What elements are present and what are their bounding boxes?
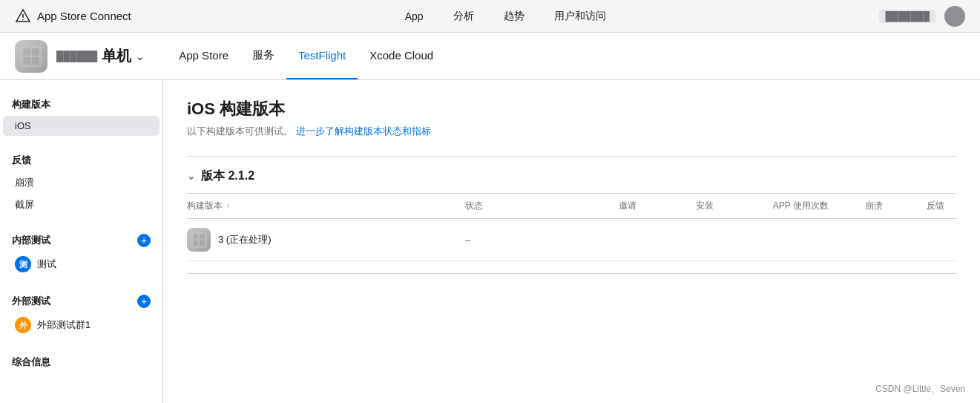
sidebar-section-builds-title: 构建版本 xyxy=(12,98,50,111)
col-header-invite: 邀请 xyxy=(610,194,687,219)
cell-status: – xyxy=(456,219,610,261)
col-header-crash-label: 崩溃 xyxy=(865,200,883,211)
logo-icon xyxy=(15,8,31,24)
col-header-crash: 崩溃 xyxy=(856,194,918,219)
table-row[interactable]: 3 (正在处理) – xyxy=(187,219,956,261)
main-layout: 构建版本 iOS 反馈 崩溃 截屏 内部测试 + xyxy=(0,80,980,403)
cell-feedback xyxy=(918,219,956,261)
sidebar-section-feedback-header: 反馈 xyxy=(0,151,162,170)
sub-nav: ██████ 单机 ⌄ App Store 服务 TestFlight Xcod… xyxy=(0,33,980,80)
svg-rect-6 xyxy=(23,57,30,65)
app-icon xyxy=(15,40,47,73)
version-chevron-icon[interactable]: ⌄ xyxy=(187,171,195,182)
svg-rect-7 xyxy=(32,57,39,65)
cell-crash xyxy=(856,219,918,261)
cell-install xyxy=(687,219,764,261)
app-name: ██████ xyxy=(56,50,97,62)
svg-rect-8 xyxy=(191,232,207,248)
sidebar-section-builds: 构建版本 iOS xyxy=(0,95,162,136)
col-header-build[interactable]: 构建版本 ↑ xyxy=(187,194,456,219)
sidebar-section-external-header: 外部测试 + xyxy=(0,292,162,311)
builds-table: 构建版本 ↑ 状态 邀请 安装 APP 使用次数 xyxy=(187,193,956,261)
divider-top xyxy=(187,156,956,157)
sidebar-item-external-group1[interactable]: 外 外部测试群1 xyxy=(3,312,160,338)
sidebar-item-screenshot[interactable]: 截屏 xyxy=(3,194,160,216)
sort-arrow-build: ↑ xyxy=(226,202,230,210)
cell-usage xyxy=(764,219,856,261)
col-header-build-label: 构建版本 xyxy=(187,200,223,211)
app-display-name: 单机 xyxy=(102,46,131,66)
sidebar-item-ios-label: iOS xyxy=(15,120,31,131)
nav-app[interactable]: App xyxy=(405,10,424,22)
brand-name: App Store Connect xyxy=(37,10,131,22)
status-value: – xyxy=(465,235,470,246)
builds-table-header-row: 构建版本 ↑ 状态 邀请 安装 APP 使用次数 xyxy=(187,194,956,219)
top-nav-right: ███████ xyxy=(879,6,965,27)
col-header-feedback-label: 反馈 xyxy=(927,200,944,211)
sidebar-item-external-group1-label: 外部测试群1 xyxy=(37,318,91,332)
version-section: ⌄ 版本 2.1.2 构建版本 ↑ 状态 邀请 xyxy=(187,168,956,274)
add-internal-test-button[interactable]: + xyxy=(137,234,151,247)
sidebar-section-internal-header: 内部测试 + xyxy=(0,231,162,250)
external-badge-text: 外 xyxy=(19,320,27,331)
sidebar-section-internal-test: 内部测试 + 测 测试 xyxy=(0,231,162,277)
svg-rect-9 xyxy=(193,234,198,239)
builds-table-body: 3 (正在处理) – xyxy=(187,219,956,261)
col-header-feedback: 反馈 xyxy=(918,194,956,219)
sidebar-item-screenshot-label: 截屏 xyxy=(15,198,34,212)
test-badge-text: 测 xyxy=(19,259,27,270)
cell-build: 3 (正在处理) xyxy=(187,219,456,261)
sidebar-section-external-test: 外部测试 + 外 外部测试群1 xyxy=(0,292,162,338)
nav-analytics[interactable]: 分析 xyxy=(453,10,474,23)
version-header: ⌄ 版本 2.1.2 xyxy=(187,168,956,184)
sidebar: 构建版本 iOS 反馈 崩溃 截屏 内部测试 + xyxy=(0,80,163,403)
app-name-row: ██████ 单机 ⌄ xyxy=(56,46,145,66)
tab-app-store[interactable]: App Store xyxy=(167,33,240,79)
page-subtitle: 以下构建版本可供测试。 进一步了解构建版本状态和指标 xyxy=(187,125,956,138)
sidebar-section-internal-title: 内部测试 xyxy=(12,234,50,247)
main-content: iOS 构建版本 以下构建版本可供测试。 进一步了解构建版本状态和指标 ⌄ 版本… xyxy=(163,80,980,403)
sidebar-item-test-label: 测试 xyxy=(37,258,56,271)
sidebar-item-crash-label: 崩溃 xyxy=(15,176,34,189)
col-header-status-label: 状态 xyxy=(465,200,483,211)
sidebar-section-summary-title: 综合信息 xyxy=(12,356,50,369)
divider-bottom xyxy=(187,273,956,274)
user-info-text: ███████ xyxy=(879,10,935,23)
sidebar-section-feedback-title: 反馈 xyxy=(12,154,31,167)
sub-nav-tabs: App Store 服务 TestFlight Xcode Cloud xyxy=(167,33,445,79)
tab-services[interactable]: 服务 xyxy=(240,33,286,79)
builds-table-head: 构建版本 ↑ 状态 邀请 安装 APP 使用次数 xyxy=(187,194,956,219)
col-header-install-label: 安装 xyxy=(696,200,714,211)
top-nav-center: App 分析 趋势 用户和访问 xyxy=(161,10,850,23)
brand-logo[interactable]: App Store Connect xyxy=(15,8,131,24)
sidebar-section-external-title: 外部测试 xyxy=(12,295,50,308)
cell-invite xyxy=(610,219,687,261)
sidebar-item-ios[interactable]: iOS xyxy=(3,116,160,136)
sidebar-section-builds-header: 构建版本 xyxy=(0,95,162,114)
nav-users[interactable]: 用户和访问 xyxy=(554,10,606,23)
col-header-status: 状态 xyxy=(456,194,610,219)
build-number: 3 (正在处理) xyxy=(218,233,272,246)
sidebar-item-test[interactable]: 测 测试 xyxy=(3,252,160,277)
version-label: 版本 2.1.2 xyxy=(201,168,254,184)
top-nav: App Store Connect App 分析 趋势 用户和访问 ██████… xyxy=(0,0,980,33)
svg-rect-4 xyxy=(23,48,30,56)
subtitle-link[interactable]: 进一步了解构建版本状态和指标 xyxy=(296,125,431,137)
app-chevron-icon[interactable]: ⌄ xyxy=(136,50,145,62)
app-identity: ██████ 单机 ⌄ xyxy=(15,40,145,73)
nav-trends[interactable]: 趋势 xyxy=(504,10,524,23)
col-header-usage: APP 使用次数 xyxy=(764,194,856,219)
svg-rect-12 xyxy=(200,240,205,246)
user-avatar[interactable] xyxy=(944,6,965,27)
page-subtitle-text: 以下构建版本可供测试。 xyxy=(187,125,293,137)
page-title: iOS 构建版本 xyxy=(187,98,956,120)
add-external-test-button[interactable]: + xyxy=(137,295,151,308)
tab-testflight[interactable]: TestFlight xyxy=(286,33,358,79)
col-header-install: 安装 xyxy=(687,194,764,219)
external-group-badge-icon: 外 xyxy=(15,317,31,333)
col-header-invite-label: 邀请 xyxy=(619,200,637,211)
col-header-usage-label: APP 使用次数 xyxy=(773,200,829,211)
tab-xcode-cloud[interactable]: Xcode Cloud xyxy=(358,33,445,79)
test-badge-icon: 测 xyxy=(15,256,31,272)
sidebar-item-crash[interactable]: 崩溃 xyxy=(3,171,160,194)
